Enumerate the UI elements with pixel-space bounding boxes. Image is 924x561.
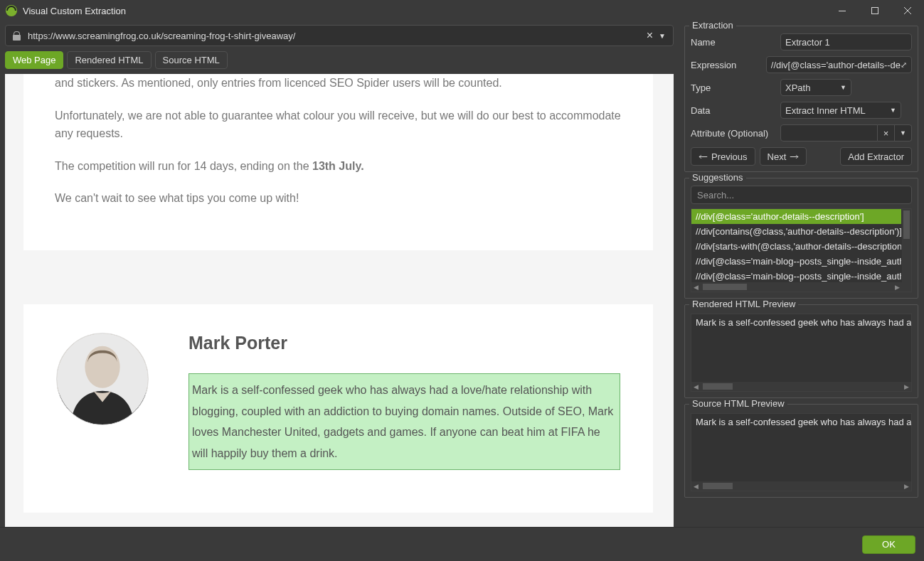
- app-icon: [6, 5, 17, 16]
- suggestions-search-input[interactable]: Search...: [691, 186, 912, 204]
- suggestion-item[interactable]: //div[@class='author-details--descriptio…: [691, 209, 901, 224]
- add-extractor-button[interactable]: Add Extractor: [840, 147, 912, 166]
- ok-button[interactable]: OK: [862, 535, 915, 554]
- source-preview-box[interactable]: Mark is a self-confessed geek who has al…: [691, 413, 912, 491]
- data-select[interactable]: Extract Inner HTML▼: [780, 102, 901, 119]
- footer: OK: [0, 527, 924, 561]
- svg-rect-1: [872, 8, 878, 14]
- type-label: Type: [691, 82, 780, 93]
- suggestion-item[interactable]: //div[@class='main-blog--posts_single--i…: [691, 254, 901, 269]
- url-text: https://www.screamingfrog.co.uk/screamin…: [28, 31, 647, 41]
- source-preview-legend: Source HTML Preview: [689, 398, 787, 409]
- suggestions-fieldset: Suggestions Search... //div[@class='auth…: [684, 178, 918, 299]
- arrow-right-icon: 🡒: [790, 151, 799, 162]
- attribute-label: Attribute (Optional): [691, 128, 780, 139]
- extraction-legend: Extraction: [689, 21, 736, 31]
- rendered-preview-box[interactable]: Mark is a self-confessed geek who has al…: [691, 314, 912, 392]
- scrollbar-horizontal[interactable]: ◀▶: [691, 382, 911, 391]
- url-history-dropdown-icon[interactable]: ▼: [659, 32, 666, 40]
- browser-panel: https://www.screamingfrog.co.uk/screamin…: [0, 21, 679, 527]
- lock-icon: [13, 31, 21, 41]
- arrow-left-icon: 🡐: [699, 151, 708, 162]
- type-select[interactable]: XPath▼: [780, 79, 851, 96]
- page-paragraph: Unfortunately, we are not able to guaran…: [55, 107, 622, 143]
- rendered-preview-legend: Rendered HTML Preview: [689, 299, 798, 309]
- source-preview-fieldset: Source HTML Preview Mark is a self-confe…: [684, 404, 918, 498]
- attribute-clear-icon[interactable]: ×: [878, 124, 895, 141]
- scrollbar-horizontal[interactable]: ◀▶: [691, 282, 902, 292]
- window-title: Visual Custom Extraction: [23, 6, 126, 16]
- window-controls: [826, 0, 924, 21]
- titlebar: Visual Custom Extraction: [0, 0, 924, 21]
- url-bar[interactable]: https://www.screamingfrog.co.uk/screamin…: [5, 25, 674, 46]
- browser-viewport[interactable]: and stickers. As mentioned, only entries…: [5, 74, 674, 527]
- url-clear-icon[interactable]: ×: [647, 29, 653, 42]
- source-preview-text: Mark is a self-confessed geek who has al…: [691, 414, 911, 430]
- suggestion-item[interactable]: //div[starts-with(@class,'author-details…: [691, 239, 901, 254]
- name-label: Name: [691, 37, 780, 48]
- extraction-fieldset: Extraction Name Extractor 1 Expression /…: [684, 26, 918, 172]
- tab-rendered-html[interactable]: Rendered HTML: [67, 51, 151, 69]
- page-paragraph: and stickers. As mentioned, only entries…: [55, 74, 622, 92]
- svg-rect-0: [839, 11, 846, 11]
- page-paragraph: The competition will run for 14 days, en…: [55, 157, 622, 176]
- expression-label: Expression: [691, 60, 766, 70]
- author-avatar: [56, 333, 149, 425]
- previous-button[interactable]: 🡐Previous: [691, 147, 755, 166]
- author-bio-highlighted[interactable]: Mark is a self-confessed geek who has al…: [188, 373, 620, 470]
- next-button[interactable]: Next🡒: [760, 147, 807, 166]
- maximize-button[interactable]: [859, 0, 891, 21]
- author-name: Mark Porter: [188, 333, 620, 353]
- expression-input[interactable]: //div[@class='author-details--de⤢: [766, 56, 912, 73]
- attribute-dropdown-icon[interactable]: ▼: [895, 124, 912, 141]
- page-paragraph: We can't wait to see what tips you come …: [55, 189, 622, 208]
- expand-icon[interactable]: ⤢: [901, 60, 907, 70]
- close-button[interactable]: [891, 0, 924, 21]
- name-input[interactable]: Extractor 1: [780, 33, 912, 50]
- rendered-preview-fieldset: Rendered HTML Preview Mark is a self-con…: [684, 304, 918, 398]
- suggestion-item[interactable]: //div[@class='main-blog--posts_single--i…: [691, 269, 901, 284]
- extraction-sidebar: Extraction Name Extractor 1 Expression /…: [679, 21, 924, 527]
- rendered-preview-text: Mark is a self-confessed geek who has al…: [691, 314, 911, 331]
- tab-web-page[interactable]: Web Page: [5, 51, 63, 69]
- suggestions-legend: Suggestions: [689, 172, 746, 183]
- chevron-down-icon: ▼: [890, 107, 896, 114]
- view-tabs: Web Page Rendered HTML Source HTML: [5, 51, 674, 69]
- scrollbar-horizontal[interactable]: ◀▶: [691, 481, 911, 491]
- scrollbar-vertical[interactable]: [902, 209, 911, 282]
- minimize-button[interactable]: [826, 0, 859, 21]
- suggestion-item[interactable]: //div[contains(@class,'author-details--d…: [691, 224, 901, 239]
- tab-source-html[interactable]: Source HTML: [155, 51, 228, 69]
- attribute-input[interactable]: [780, 124, 878, 141]
- chevron-down-icon: ▼: [840, 84, 846, 91]
- data-label: Data: [691, 105, 780, 116]
- suggestions-list[interactable]: //div[@class='author-details--descriptio…: [691, 208, 912, 292]
- author-card: Mark Porter Mark is a self-confessed gee…: [23, 304, 653, 513]
